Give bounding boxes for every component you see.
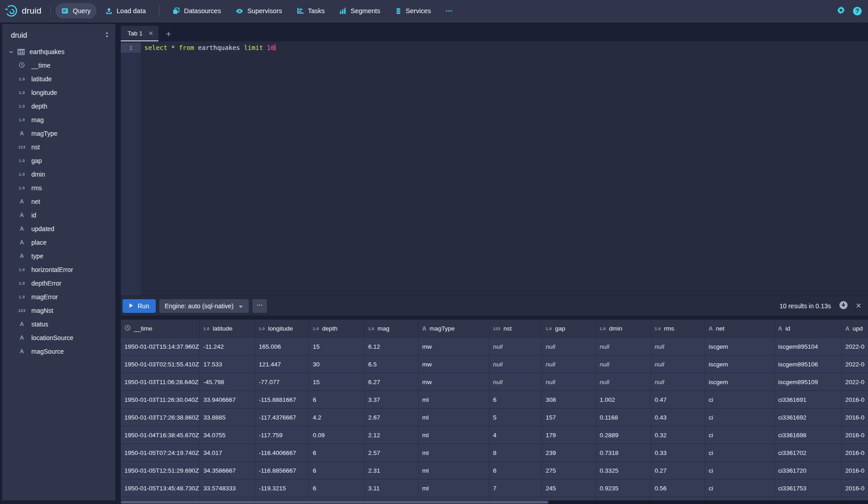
table-cell[interactable]: 2022-0 xyxy=(842,373,868,390)
table-cell[interactable]: 1950-01-03T11:06:28.640Z xyxy=(121,373,200,390)
nav-item-services[interactable]: Services xyxy=(389,3,437,19)
settings-button[interactable] xyxy=(837,6,845,16)
column-header-longitude[interactable]: 1.0longitude xyxy=(255,320,309,337)
tree-item-horizontalerror[interactable]: 1.0horizontalError xyxy=(2,263,115,277)
table-cell[interactable]: ci3361691 xyxy=(774,391,842,408)
table-cell[interactable]: null xyxy=(651,373,705,390)
schema-sort-button[interactable] xyxy=(104,31,109,40)
tree-item-updated[interactable]: Aupdated xyxy=(2,222,115,236)
table-cell[interactable]: 4.2 xyxy=(309,409,365,426)
table-cell[interactable]: null xyxy=(596,373,651,390)
column-header-net[interactable]: Anet xyxy=(705,320,774,337)
sql-code-line[interactable]: select * from earthquakes limit 10 xyxy=(141,41,868,296)
table-cell[interactable]: 2016-0 xyxy=(842,462,868,479)
table-cell[interactable]: ci3361753 xyxy=(774,479,842,497)
table-cell[interactable]: 6 xyxy=(309,479,365,497)
druid-logo[interactable]: druid xyxy=(5,4,41,18)
table-cell[interactable]: 1950-01-03T11:26:30.040Z xyxy=(121,391,200,408)
table-cell[interactable]: 1950-01-02T15:14:37.960Z xyxy=(121,338,200,355)
table-cell[interactable]: 0.2889 xyxy=(596,426,651,444)
table-cell[interactable]: -115.8881667 xyxy=(255,391,309,408)
table-cell[interactable]: 3.11 xyxy=(365,479,419,497)
table-cell[interactable]: 15 xyxy=(309,338,365,355)
table-cell[interactable]: 3.37 xyxy=(365,391,419,408)
close-results-button[interactable]: ✕ xyxy=(856,301,862,310)
table-cell[interactable]: 6 xyxy=(309,391,365,408)
tree-item-depth[interactable]: 1.0depth xyxy=(2,99,115,113)
scrollbar-thumb[interactable] xyxy=(121,501,548,504)
table-cell[interactable]: 6 xyxy=(489,391,542,408)
tree-item-gap[interactable]: 1.0gap xyxy=(2,154,115,168)
column-header-latitude[interactable]: 1.0latitude xyxy=(200,320,255,337)
table-cell[interactable]: -11.242 xyxy=(200,338,255,355)
table-cell[interactable]: 0.32 xyxy=(651,426,705,444)
tree-item-locationsource[interactable]: AlocationSource xyxy=(2,331,115,345)
column-header-rms[interactable]: 1.0rms xyxy=(651,320,705,337)
table-cell[interactable]: null xyxy=(489,373,542,390)
table-cell[interactable]: null xyxy=(596,338,651,355)
table-cell[interactable]: 165.006 xyxy=(255,338,309,355)
table-cell[interactable]: 2.31 xyxy=(365,462,419,479)
query-more-button[interactable] xyxy=(252,299,267,313)
table-cell[interactable]: 34.3586667 xyxy=(200,462,255,479)
tree-item-net[interactable]: Anet xyxy=(2,195,115,208)
table-cell[interactable]: ci3361698 xyxy=(774,426,842,444)
table-cell[interactable]: 0.1168 xyxy=(596,409,651,426)
table-cell[interactable]: -117.4376667 xyxy=(255,409,309,426)
table-cell[interactable]: ml xyxy=(419,409,489,426)
table-cell[interactable]: ml xyxy=(419,462,489,479)
tree-item-rms[interactable]: 1.0rms xyxy=(2,181,115,195)
sql-editor[interactable]: 1 select * from earthquakes limit 10 xyxy=(121,41,868,296)
help-button[interactable]: ? xyxy=(853,7,862,15)
table-cell[interactable]: -116.4006667 xyxy=(255,444,309,461)
table-cell[interactable]: 30 xyxy=(309,356,365,373)
table-cell[interactable]: iscgem895104 xyxy=(774,338,842,355)
table-cell[interactable]: 2016-0 xyxy=(842,391,868,408)
tree-item-time[interactable]: __time xyxy=(2,59,115,72)
table-cell[interactable]: 0.9235 xyxy=(596,479,651,497)
column-header-magtype[interactable]: AmagType xyxy=(419,320,489,337)
table-cell[interactable]: -119.3215 xyxy=(255,479,309,497)
tree-item-nst[interactable]: 123nst xyxy=(2,140,115,154)
chevron-down-icon[interactable] xyxy=(6,49,15,55)
nav-item-more[interactable] xyxy=(439,3,459,19)
new-tab-button[interactable]: + xyxy=(166,30,171,39)
table-cell[interactable]: 1950-01-03T02:51:55.410Z xyxy=(121,356,200,373)
table-cell[interactable]: 2022-0 xyxy=(842,356,868,373)
table-cell[interactable]: 2016-0 xyxy=(842,409,868,426)
tree-item-id[interactable]: Aid xyxy=(2,208,115,222)
table-cell[interactable]: null xyxy=(651,338,705,355)
table-cell[interactable]: 33.9406667 xyxy=(200,391,255,408)
table-cell[interactable]: 34.0755 xyxy=(200,426,255,444)
table-cell[interactable]: 0.43 xyxy=(651,409,705,426)
table-cell[interactable]: mw xyxy=(419,373,489,390)
tree-item-type[interactable]: Atype xyxy=(2,249,115,263)
table-cell[interactable]: ci3361720 xyxy=(774,462,842,479)
tree-item-earthquakes[interactable]: earthquakes xyxy=(2,45,115,59)
table-cell[interactable]: iscgem xyxy=(705,373,774,390)
table-cell[interactable]: ml xyxy=(419,426,489,444)
table-cell[interactable]: ml xyxy=(419,444,489,461)
table-cell[interactable]: null xyxy=(596,356,651,373)
nav-item-supervisors[interactable]: Supervisors xyxy=(230,3,288,19)
table-cell[interactable]: ci xyxy=(705,426,774,444)
table-cell[interactable]: mw xyxy=(419,356,489,373)
tree-item-deptherror[interactable]: 1.0depthError xyxy=(2,277,115,290)
table-cell[interactable]: 2016-0 xyxy=(842,426,868,444)
table-cell[interactable]: 1950-01-05T12:51:29.690Z xyxy=(121,462,200,479)
table-cell[interactable]: mw xyxy=(419,338,489,355)
table-cell[interactable]: null xyxy=(542,356,596,373)
tree-item-place[interactable]: Aplace xyxy=(2,236,115,249)
column-header-depth[interactable]: 1.0depth xyxy=(309,320,365,337)
tree-item-magtype[interactable]: AmagType xyxy=(2,127,115,140)
table-cell[interactable]: null xyxy=(542,338,596,355)
table-cell[interactable]: 5 xyxy=(489,409,542,426)
table-cell[interactable]: ml xyxy=(419,479,489,497)
run-button[interactable]: Run xyxy=(123,299,156,313)
column-header-gap[interactable]: 1.0gap xyxy=(542,320,596,337)
table-cell[interactable]: ci xyxy=(705,479,774,497)
table-cell[interactable]: 1950-01-05T07:24:19.740Z xyxy=(121,444,200,461)
column-header-dmin[interactable]: 1.0dmin xyxy=(596,320,651,337)
table-cell[interactable]: 17.533 xyxy=(200,356,255,373)
table-cell[interactable]: iscgem xyxy=(705,338,774,355)
